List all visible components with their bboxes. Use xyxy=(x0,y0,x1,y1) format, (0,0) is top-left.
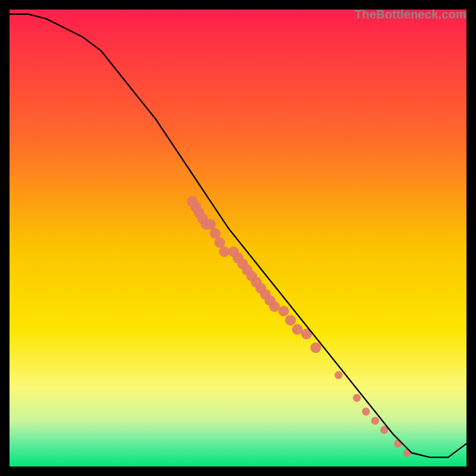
marker-dot xyxy=(353,394,361,402)
marker-dot xyxy=(403,449,411,457)
marker-dot xyxy=(292,324,303,335)
marker-dot xyxy=(362,408,370,416)
marker-dot xyxy=(210,228,221,239)
marker-dot xyxy=(278,306,289,317)
bottleneck-chart xyxy=(10,10,466,466)
marker-dot xyxy=(285,315,296,325)
marker-dot xyxy=(311,342,321,353)
marker-dot xyxy=(269,301,280,312)
chart-background xyxy=(10,10,466,466)
marker-dot xyxy=(371,416,380,425)
marker-dot xyxy=(334,371,343,380)
marker-dot xyxy=(214,237,225,248)
chart-frame: TheBottleneck.com xyxy=(10,10,466,466)
watermark-label: TheBottleneck.com xyxy=(355,8,466,21)
marker-dot xyxy=(394,440,402,448)
marker-dot xyxy=(205,219,216,230)
